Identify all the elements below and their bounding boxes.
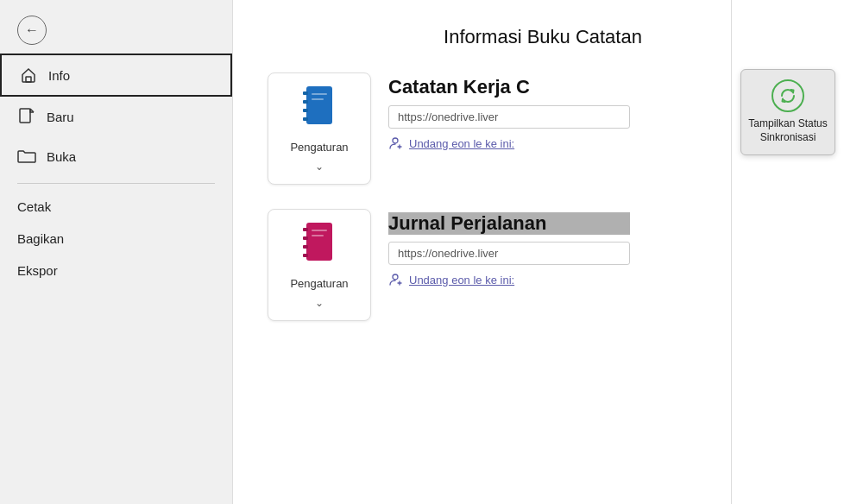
svg-rect-0 <box>26 77 31 82</box>
sidebar-item-bagikan[interactable]: Bagikan <box>0 223 232 255</box>
notebook-info-jurnal: Jurnal Perjalanan https://onedrive.liver… <box>388 209 630 287</box>
notebook-info-catatan-kerja: Catatan Kerja C https://onedrive.liver U… <box>388 72 630 151</box>
notebook-title-jurnal: Jurnal Perjalanan <box>388 212 630 235</box>
notebook-title-catatan-kerja: Catatan Kerja C <box>388 76 630 98</box>
sidebar-item-cetak-label: Cetak <box>17 199 51 214</box>
sidebar-item-cetak[interactable]: Cetak <box>0 191 232 223</box>
page-title: Informasi Buku Catatan <box>268 26 818 48</box>
home-icon <box>19 66 38 85</box>
svg-rect-14 <box>303 254 308 257</box>
folder-icon <box>17 147 36 166</box>
notebook-card-label-catatan-kerja: Pengaturan <box>290 141 348 154</box>
sidebar-item-baru[interactable]: Baru <box>0 97 232 136</box>
svg-point-17 <box>393 274 398 280</box>
sidebar-item-info-label: Info <box>48 68 70 83</box>
notebook-url-jurnal[interactable]: https://onedrive.liver <box>388 242 630 265</box>
sync-icon <box>772 79 804 112</box>
svg-rect-4 <box>303 100 308 104</box>
sidebar: ← Info Baru <box>0 0 233 504</box>
sidebar-divider <box>17 183 215 184</box>
invite-link-jurnal[interactable]: Undang eon le ke ini: <box>388 272 630 287</box>
sidebar-item-buka-label: Buka <box>47 149 76 164</box>
svg-rect-1 <box>20 109 30 123</box>
sidebar-item-ekspor[interactable]: Ekspor <box>0 255 232 287</box>
notebook-card-jurnal-perjalanan[interactable]: Pengaturan ⌄ <box>268 209 371 321</box>
person-add-icon-1 <box>388 135 404 151</box>
svg-rect-10 <box>306 223 332 261</box>
svg-rect-5 <box>303 109 308 112</box>
invite-text-catatan-kerja: Undang eon le ke ini: <box>409 137 514 150</box>
notebook-icon-catatan-kerja <box>301 85 337 134</box>
sync-label: Tampilkan Status Sinkronisasi <box>741 117 835 144</box>
notebook-item-catatan-kerja: Pengaturan ⌄ Catatan Kerja C https://one… <box>268 72 818 185</box>
sidebar-item-info[interactable]: Info <box>0 54 232 97</box>
svg-rect-13 <box>303 245 308 249</box>
back-icon: ← <box>25 22 39 38</box>
svg-rect-15 <box>312 230 327 231</box>
notebook-url-catatan-kerja[interactable]: https://onedrive.liver <box>388 105 630 129</box>
svg-rect-16 <box>312 235 324 236</box>
sidebar-item-bagikan-label: Bagikan <box>17 231 64 246</box>
sidebar-back-area: ← <box>0 0 232 54</box>
back-button[interactable]: ← <box>17 16 47 45</box>
sync-status-popup[interactable]: Tampilkan Status Sinkronisasi <box>740 69 835 155</box>
invite-text-jurnal: Undang eon le ke ini: <box>409 274 514 287</box>
new-doc-icon <box>17 107 36 126</box>
sidebar-nav: Info Baru Buka Cetak <box>0 54 232 287</box>
svg-point-9 <box>393 138 398 143</box>
sidebar-item-buka[interactable]: Buka <box>0 136 232 176</box>
chevron-down-icon-2: ⌄ <box>315 297 324 309</box>
vertical-divider <box>731 0 732 504</box>
svg-rect-12 <box>303 236 308 240</box>
person-add-icon-2 <box>388 272 404 287</box>
notebook-card-label-jurnal: Pengaturan <box>290 277 348 290</box>
notebook-item-jurnal-perjalanan: Pengaturan ⌄ Jurnal Perjalanan https://o… <box>268 209 818 321</box>
svg-rect-6 <box>303 117 308 121</box>
svg-rect-2 <box>306 86 332 124</box>
sidebar-item-baru-label: Baru <box>47 110 74 124</box>
svg-rect-8 <box>312 98 324 100</box>
sidebar-item-ekspor-label: Ekspor <box>17 263 58 278</box>
notebook-icon-jurnal-perjalanan <box>301 221 337 270</box>
invite-link-catatan-kerja[interactable]: Undang eon le ke ini: <box>388 135 630 151</box>
svg-rect-11 <box>303 228 308 231</box>
chevron-down-icon-1: ⌄ <box>315 161 324 173</box>
svg-rect-7 <box>312 93 327 95</box>
main-content: Informasi Buku Catatan Pengaturan ⌄ Cata… <box>233 0 844 504</box>
svg-rect-3 <box>303 91 308 95</box>
notebook-card-catatan-kerja[interactable]: Pengaturan ⌄ <box>268 72 371 185</box>
